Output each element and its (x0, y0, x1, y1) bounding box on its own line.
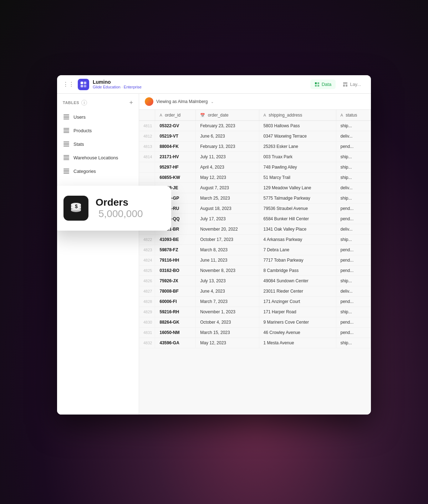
order-date-cell: October 17, 2023 (196, 235, 259, 245)
order-date-cell: June 4, 2023 (196, 286, 259, 297)
row-num: 4826 (139, 276, 155, 286)
col-status[interactable]: A status (336, 110, 371, 121)
viewing-text: Viewing as Alma Malmberg (156, 99, 208, 104)
order-date-cell: July 11, 2023 (196, 152, 259, 162)
users-label: Users (73, 114, 86, 120)
shipping-address-cell: 8 Cambridge Pass (259, 266, 336, 276)
status-cell: ship... (336, 162, 371, 173)
table-row[interactable]: 4830 88264-GK October 4, 2023 9 Mariners… (139, 317, 371, 328)
data-nav-btn[interactable]: Data (310, 79, 336, 89)
products-label: Products (73, 128, 92, 133)
row-num: 4825 (139, 266, 155, 276)
status-cell: deliv... (336, 131, 371, 142)
table-row[interactable]: 4827 78008-BF June 4, 2023 23011 Rieder … (139, 286, 371, 297)
sidebar-item-products[interactable]: Products (57, 124, 139, 137)
data-table[interactable]: A order_id 📅 order_date A shipping_addre… (139, 110, 371, 415)
app-subtitle-text: Glide Education (93, 85, 121, 89)
sidebar-item-users[interactable]: Users (57, 110, 139, 124)
order-id-cell: 59216-RH (155, 307, 196, 317)
shipping-address-cell: 0347 Waxwing Terrace (259, 131, 336, 142)
table-row[interactable]: 4829 59216-RH November 1, 2023 171 Harpe… (139, 307, 371, 317)
table-row[interactable]: 4825 03162-BO November 8, 2023 8 Cambrid… (139, 266, 371, 276)
status-cell: deliv... (336, 183, 371, 193)
table-row[interactable]: 4813 88004-FK February 13, 2023 25263 Es… (139, 142, 371, 152)
table-row[interactable]: 4820 43871-QQ July 17, 2023 6584 Bunker … (139, 214, 371, 224)
shipping-address-cell: 171 Anzinger Court (259, 297, 336, 307)
col-order-date[interactable]: 📅 order_date (196, 110, 259, 121)
order-date-type-icon: 📅 (200, 113, 205, 117)
tables-label: TABLES (63, 101, 79, 105)
sidebar-item-warehouse[interactable]: Warehouse Locations (57, 151, 139, 164)
table-row[interactable]: 4832 43596-GA May 12, 2023 1 Mesta Avenu… (139, 338, 371, 348)
svg-rect-21 (63, 144, 69, 145)
table-row[interactable]: 4822 41093-BE October 17, 2023 4 Arkansa… (139, 235, 371, 245)
svg-rect-30 (63, 173, 69, 174)
svg-rect-23 (63, 155, 69, 156)
table-row[interactable]: 4823 59878-FZ March 8, 2023 7 Debra Lane… (139, 245, 371, 255)
table-row[interactable]: 95297-HF April 4, 2023 748 Pawling Alley… (139, 162, 371, 173)
sidebar-item-categories[interactable]: Categories (57, 164, 139, 178)
layout-nav-label: Lay... (350, 82, 361, 87)
order-id-cell: 79116-HH (155, 255, 196, 266)
table-row[interactable]: 4826 75926-JX July 13, 2023 49084 Sundow… (139, 276, 371, 286)
row-num: 4814 (139, 152, 155, 162)
table-row[interactable]: 4814 23171-HV July 11, 2023 003 Truax Pa… (139, 152, 371, 162)
order-date-cell: February 23, 2023 (196, 121, 259, 131)
row-num: 4830 (139, 317, 155, 328)
svg-rect-3 (84, 85, 86, 87)
row-num: 4832 (139, 338, 155, 348)
order-id-cell: 41093-BE (155, 235, 196, 245)
table-row[interactable]: 4824 79116-HH June 11, 2023 7717 Toban P… (139, 255, 371, 266)
warehouse-table-icon (63, 154, 70, 161)
table-row[interactable]: 4828 60006-FI March 7, 2023 171 Anzinger… (139, 297, 371, 307)
tables-info-icon[interactable]: i (81, 100, 87, 106)
order-id-cell: 60006-FI (155, 297, 196, 307)
col-shipping-label: shipping_address (269, 113, 302, 118)
col-order-id[interactable]: A order_id (155, 110, 196, 121)
table-row[interactable]: 4819 83061-RU August 18, 2023 79536 Stra… (139, 204, 371, 214)
app-name: Lumino (93, 79, 142, 85)
status-cell: pend... (336, 328, 371, 338)
grid-icon[interactable]: ⋮⋮ (63, 81, 74, 88)
svg-rect-15 (63, 128, 69, 129)
app-subtitle: Glide Education · Enterprise (93, 85, 142, 89)
svg-rect-1 (84, 82, 86, 84)
order-id-cell: 95297-HF (155, 162, 196, 173)
title-bar-left: ⋮⋮ Lumino Glide Education · Enterprise (63, 79, 306, 90)
viewing-chevron-icon[interactable]: ⌄ (211, 100, 214, 104)
svg-rect-27 (63, 169, 69, 169)
table-row[interactable]: 60855-KW May 12, 2023 51 Marcy Trail shi… (139, 173, 371, 183)
table-row[interactable]: 4811 05322-GV February 23, 2023 5803 Hal… (139, 121, 371, 131)
row-num: 4824 (139, 255, 155, 266)
title-bar-right: Data Lay... (310, 79, 365, 89)
sidebar-item-stats[interactable]: Stats (57, 137, 139, 151)
app-title-group: Lumino Glide Education · Enterprise (93, 79, 142, 90)
shipping-address-cell: 9 Mariners Cove Center (259, 317, 336, 328)
shipping-address-cell: 003 Truax Park (259, 152, 336, 162)
table-row[interactable]: 4821 33791-BR November 20, 2022 1341 Oak… (139, 224, 371, 235)
shipping-address-cell: 7717 Toban Parkway (259, 255, 336, 266)
table-row[interactable]: 4818 52630-GP March 25, 2023 5775 Talmad… (139, 193, 371, 204)
order-date-cell: November 1, 2023 (196, 307, 259, 317)
row-num: 4813 (139, 142, 155, 152)
floating-orders-card: $ Orders 5,000,000 (57, 186, 171, 231)
table-row[interactable]: 4812 05219-VT June 6, 2023 0347 Waxwing … (139, 131, 371, 142)
svg-rect-16 (63, 129, 69, 130)
status-cell: deliv... (336, 286, 371, 297)
order-date-cell: August 7, 2023 (196, 183, 259, 193)
svg-rect-7 (317, 85, 319, 87)
row-num (139, 162, 155, 173)
order-id-type-icon: A (159, 113, 162, 117)
col-shipping-address[interactable]: A shipping_address (259, 110, 336, 121)
layout-nav-btn[interactable]: Lay... (338, 79, 365, 89)
svg-rect-17 (63, 131, 69, 132)
shipping-address-cell: 5775 Talmadge Parkway (259, 193, 336, 204)
add-table-btn[interactable]: + (129, 99, 133, 106)
order-id-cell: 23171-HV (155, 152, 196, 162)
stats-label: Stats (73, 142, 84, 147)
status-cell: pend... (336, 266, 371, 276)
order-date-cell: March 8, 2023 (196, 245, 259, 255)
svg-text:$: $ (75, 204, 78, 209)
table-row[interactable]: 4831 16050-NM March 15, 2023 46 Crowley … (139, 328, 371, 338)
table-row[interactable]: 38208-JE August 7, 2023 129 Meadow Valle… (139, 183, 371, 193)
